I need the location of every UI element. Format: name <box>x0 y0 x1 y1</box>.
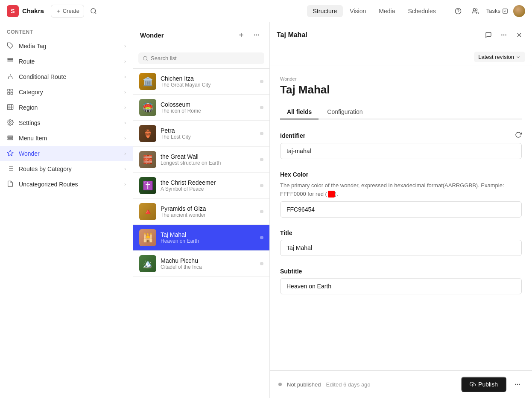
item-info: Colosseum The icon of Rome <box>161 101 256 114</box>
revision-selector[interactable]: Latest revision <box>474 52 525 62</box>
list-item[interactable]: 🏺 Petra The Lost City <box>133 121 269 147</box>
tab-vision[interactable]: Vision <box>344 5 372 17</box>
subtitle-label: Subtitle <box>280 268 522 275</box>
more-options-button[interactable] <box>251 29 263 41</box>
middle-header: Wonder <box>133 22 269 48</box>
thumbnail: 🏺 <box>139 125 156 142</box>
sidebar-item-routes-by-category[interactable]: Routes by Category › <box>0 161 133 177</box>
sidebar-item-conditional-route[interactable]: Conditional Route › <box>0 69 133 84</box>
add-item-button[interactable] <box>235 29 247 41</box>
revision-bar: Latest revision <box>270 48 532 66</box>
sidebar: Content Media Tag › Route › Conditional … <box>0 22 133 398</box>
subtitle-input[interactable] <box>280 278 522 294</box>
sidebar-item-region[interactable]: Region › <box>0 100 133 115</box>
identifier-row: Identifier <box>280 131 522 139</box>
tab-structure[interactable]: Structure <box>307 5 343 17</box>
create-button[interactable]: ＋ Create <box>51 5 84 17</box>
subtitle-section: Subtitle <box>280 268 522 294</box>
fork-icon <box>7 73 15 81</box>
list-item[interactable]: 🧱 the Great Wall Longest structure on Ea… <box>133 147 269 173</box>
hex-color-section: Hex Color The primary color of the wonde… <box>280 171 522 218</box>
svg-rect-13 <box>11 92 13 94</box>
svg-line-35 <box>146 59 147 60</box>
close-button[interactable] <box>513 29 525 41</box>
svg-rect-19 <box>8 136 13 137</box>
hex-color-input[interactable] <box>280 201 522 218</box>
svg-rect-7 <box>8 58 13 60</box>
breadcrumb: Wonder <box>280 76 522 81</box>
status-dot <box>260 132 263 135</box>
top-nav: S Chakra ＋ Create Structure Vision Media… <box>0 0 532 22</box>
title-input[interactable] <box>280 240 522 256</box>
status-dot <box>260 80 263 83</box>
svg-rect-8 <box>8 61 13 62</box>
svg-point-33 <box>258 35 259 36</box>
chevron-icon: › <box>124 43 126 49</box>
sidebar-item-route[interactable]: Route › <box>0 54 133 69</box>
sidebar-item-uncategorized-routes[interactable]: Uncategorized Routes › <box>0 177 133 192</box>
users-icon[interactable] <box>469 5 481 17</box>
doc-icon <box>7 180 15 188</box>
nav-tabs: Structure Vision Media Schedules <box>307 5 442 17</box>
upload-icon <box>470 381 476 387</box>
svg-rect-20 <box>8 137 13 138</box>
thumbnail: 🏟️ <box>139 99 156 116</box>
help-icon[interactable] <box>452 5 464 17</box>
item-info: Petra The Lost City <box>161 127 256 140</box>
list-item[interactable]: 🏟️ Colosseum The icon of Rome <box>133 95 269 121</box>
refresh-icon[interactable] <box>515 131 522 139</box>
tab-configuration[interactable]: Configuration <box>320 105 369 119</box>
sidebar-item-menu-item[interactable]: Menu Item › <box>0 131 133 146</box>
tasks-button[interactable]: Tasks <box>486 8 508 14</box>
middle-title: Wonder <box>140 32 235 39</box>
item-title: Colosseum <box>161 101 256 108</box>
thumbnail: 🕌 <box>139 229 156 246</box>
list-item[interactable]: 🏛️ Chichen Itza The Great Mayan City <box>133 69 269 95</box>
search-input[interactable] <box>151 55 260 61</box>
svg-rect-21 <box>8 139 13 140</box>
tab-all-fields[interactable]: All fields <box>280 105 319 119</box>
menu-icon <box>7 134 15 142</box>
item-info: Pyramids of Giza The ancient wonder <box>161 205 256 218</box>
sidebar-item-settings[interactable]: Settings › <box>0 115 133 131</box>
item-info: the Christ Redeemer A Symbol of Peace <box>161 179 256 192</box>
comment-button[interactable] <box>482 29 494 41</box>
title-label: Title <box>280 230 522 236</box>
list-item[interactable]: ✝️ the Christ Redeemer A Symbol of Peace <box>133 173 269 199</box>
search-input-wrap <box>138 52 264 64</box>
sidebar-item-wonder[interactable]: Wonder › <box>0 146 133 161</box>
item-subtitle: A Symbol of Peace <box>161 186 256 192</box>
svg-rect-11 <box>11 89 13 91</box>
avatar[interactable] <box>513 5 525 17</box>
chevron-down-icon <box>516 55 521 60</box>
publish-status: Not published <box>287 381 321 388</box>
list-item[interactable]: 🔺 Pyramids of Giza The ancient wonder <box>133 199 269 225</box>
identifier-input[interactable] <box>280 143 522 159</box>
chevron-icon: › <box>124 89 126 95</box>
wonder-icon <box>7 150 15 157</box>
tab-schedules[interactable]: Schedules <box>402 5 441 17</box>
chevron-icon: › <box>124 58 126 64</box>
more-options-button[interactable] <box>498 29 510 41</box>
color-swatch <box>328 191 335 198</box>
list-item[interactable]: 🏔️ Machu Picchu Citadel of the Inca <box>133 251 269 277</box>
item-info: Machu Picchu Citadel of the Inca <box>161 257 256 270</box>
search-icon[interactable] <box>88 5 99 17</box>
status-dot <box>260 236 263 239</box>
status-dot <box>260 106 263 109</box>
tab-media[interactable]: Media <box>373 5 401 17</box>
footer-more-button[interactable] <box>512 378 523 390</box>
publish-button[interactable]: Publish <box>461 377 506 392</box>
sidebar-item-category[interactable]: Category › <box>0 84 133 100</box>
edited-text: Edited 6 days ago <box>326 381 456 388</box>
sidebar-item-media-tag[interactable]: Media Tag › <box>0 38 133 54</box>
svg-point-43 <box>517 384 518 385</box>
thumbnail: 🔺 <box>139 203 156 220</box>
item-title: Pyramids of Giza <box>161 205 256 212</box>
svg-point-18 <box>9 122 11 123</box>
list-item-selected[interactable]: 🕌 Taj Mahal Heaven on Earth <box>133 225 269 251</box>
search-bar <box>133 48 269 69</box>
item-title: the Christ Redeemer <box>161 179 256 186</box>
publish-status-dot <box>278 383 282 386</box>
right-panel-title: Taj Mahal <box>277 31 482 39</box>
